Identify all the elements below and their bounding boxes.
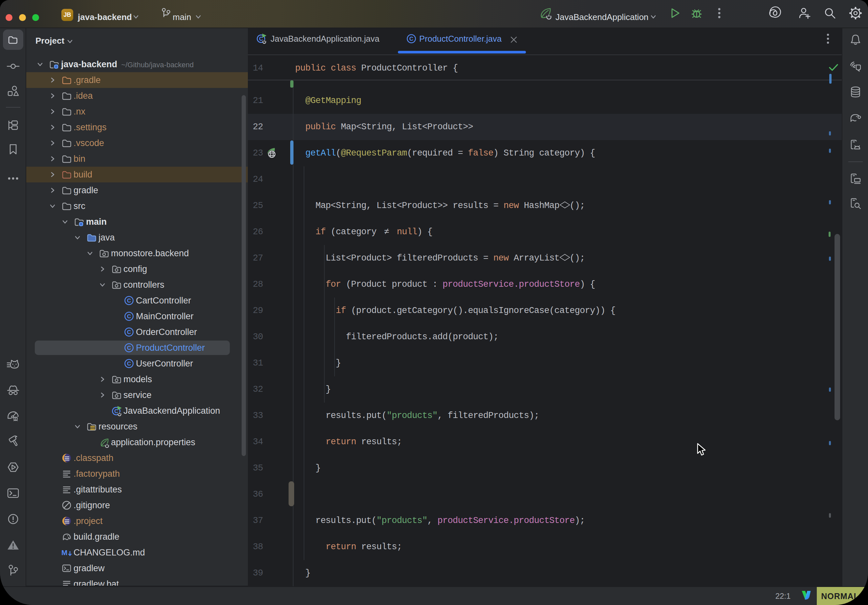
svg-text:C: C <box>127 297 131 304</box>
svg-text:C: C <box>127 361 131 367</box>
svg-text:C: C <box>127 345 131 351</box>
svg-text:M: M <box>61 549 67 557</box>
svg-text:C: C <box>409 36 413 42</box>
svg-text:C: C <box>127 313 131 320</box>
svg-text:C: C <box>127 329 131 335</box>
